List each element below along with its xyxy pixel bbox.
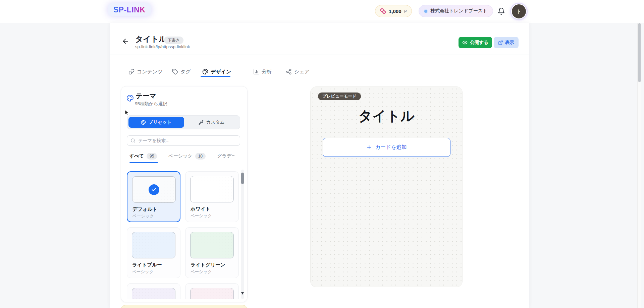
points-value: 1,000	[389, 8, 401, 14]
theme-search	[127, 135, 240, 146]
tab-share[interactable]: シェア	[286, 68, 310, 76]
tab-label: 分析	[262, 69, 272, 75]
custom-label: カスタム	[206, 119, 224, 125]
theme-swatch	[132, 288, 175, 299]
view-button[interactable]: 表示	[494, 37, 519, 48]
page-title: タイトル	[135, 34, 167, 44]
top-header: SP-LINK 1,000 P 株式会社トレンドブースト ト	[0, 0, 644, 23]
view-label: 表示	[505, 40, 514, 46]
filter-basic[interactable]: ベーシック 10	[168, 152, 206, 160]
theme-grid-scrollbar[interactable]	[241, 170, 244, 299]
tab-tags[interactable]: タグ	[172, 68, 191, 76]
tab-analytics[interactable]: 分析	[253, 68, 272, 76]
plus-icon	[366, 144, 372, 150]
brand-logo-text: SP-LINK	[113, 5, 146, 14]
theme-category: ベーシック	[191, 213, 212, 219]
user-avatar[interactable]: ト	[511, 4, 527, 19]
selected-check-icon	[149, 184, 159, 195]
add-card-button[interactable]: カードを追加	[323, 138, 450, 157]
arrow-left-icon	[122, 38, 129, 45]
tab-label: シェア	[294, 69, 310, 75]
theme-category: ベーシック	[132, 269, 154, 275]
page-url: sp-link.link/lp/httpssp-linklink	[135, 44, 190, 49]
theme-name: ライトブルー	[132, 262, 162, 268]
preset-mode-button[interactable]: プリセット	[128, 117, 184, 128]
back-button[interactable]	[121, 37, 130, 46]
scroll-down-arrow[interactable]	[241, 292, 244, 295]
active-tab-underline	[201, 76, 230, 77]
theme-panel-subtitle: 95種類から選択	[135, 101, 167, 107]
filter-all[interactable]: すべて 95	[129, 152, 157, 160]
eyedropper-icon	[199, 120, 204, 125]
company-name: 株式会社トレンドブースト	[430, 8, 487, 14]
search-icon	[130, 138, 136, 143]
palette-icon	[141, 120, 146, 125]
theme-mode-toggle: プリセット カスタム	[127, 115, 240, 129]
theme-card-white[interactable]: ホワイト ベーシック	[185, 171, 239, 222]
theme-category: ベーシック	[191, 269, 212, 275]
brand-logo[interactable]: SP-LINK	[108, 3, 151, 16]
page-scrollbar[interactable]	[637, 23, 641, 308]
filter-label: ベーシック	[168, 153, 192, 159]
scrollbar-thumb[interactable]	[241, 173, 244, 184]
bell-icon	[497, 7, 505, 15]
tab-label: コンテンツ	[137, 69, 163, 75]
publish-label: 公開する	[470, 40, 488, 46]
theme-filter-tabs: すべて 95 ベーシック 10 グラデーション	[129, 152, 234, 160]
points-badge[interactable]: 1,000 P	[375, 5, 412, 17]
theme-card-partial-1[interactable]	[127, 283, 180, 299]
custom-mode-button[interactable]: カスタム	[184, 116, 239, 129]
filter-label: すべて	[129, 153, 144, 159]
theme-card-partial-2[interactable]	[185, 283, 239, 299]
theme-swatch	[190, 176, 234, 202]
tab-label: デザイン	[211, 69, 231, 75]
share-icon	[286, 69, 292, 75]
link-icon	[128, 69, 135, 75]
theme-swatch	[132, 176, 176, 203]
external-link-icon	[498, 40, 503, 45]
theme-name: ホワイト	[191, 206, 210, 212]
theme-swatch	[132, 232, 175, 258]
status-badge: 下書き	[164, 37, 183, 44]
active-filter-underline	[129, 162, 158, 163]
coins-icon	[380, 8, 386, 14]
tip-box-peek	[121, 305, 248, 308]
eye-icon	[462, 40, 468, 45]
avatar-initial: ト	[516, 8, 521, 15]
theme-swatch	[190, 288, 234, 299]
theme-card-lightblue[interactable]: ライトブルー ベーシック	[127, 227, 180, 278]
add-card-label: カードを追加	[375, 144, 407, 151]
theme-grid: デフォルト ベーシック ホワイト ベーシック ライトブルー ベーシック ライトグ…	[127, 168, 239, 299]
preview-panel: プレビューモード タイトル カードを追加	[310, 86, 463, 287]
preview-mode-badge: プレビューモード	[318, 93, 361, 100]
filter-count-badge: 95	[147, 153, 157, 160]
filter-label: グラデーション	[217, 153, 234, 159]
theme-category: ベーシック	[132, 213, 154, 219]
filter-gradient[interactable]: グラデーション	[217, 152, 234, 160]
preview-title: タイトル	[311, 107, 462, 125]
theme-swatch	[190, 232, 234, 258]
tab-design[interactable]: デザイン	[202, 68, 231, 76]
theme-name: デフォルト	[132, 206, 157, 212]
publish-button[interactable]: 公開する	[459, 37, 492, 48]
filter-count-badge: 10	[195, 153, 206, 160]
theme-name: ライトグリーン	[191, 262, 225, 268]
preset-label: プリセット	[148, 119, 171, 125]
palette-icon	[202, 69, 208, 75]
palette-icon	[126, 95, 134, 102]
theme-search-input[interactable]	[138, 138, 236, 143]
theme-card-lightgreen[interactable]: ライトグリーン ベーシック	[185, 227, 239, 278]
points-unit: P	[404, 9, 407, 14]
tab-contents[interactable]: コンテンツ	[128, 68, 163, 76]
tab-label: タグ	[180, 69, 191, 75]
company-badge[interactable]: 株式会社トレンドブースト	[419, 5, 493, 17]
header-divider	[110, 55, 529, 55]
theme-panel: テーマ 95種類から選択 プリセット カスタム すべて 95 ベーシック 10	[121, 86, 248, 302]
tag-icon	[172, 69, 178, 75]
page-scrollbar-thumb[interactable]	[638, 23, 641, 82]
company-status-dot	[424, 10, 427, 13]
theme-card-default[interactable]: デフォルト ベーシック	[127, 171, 180, 222]
mouse-cursor	[123, 109, 130, 116]
chart-icon	[253, 69, 259, 75]
notifications-button[interactable]	[497, 7, 505, 15]
